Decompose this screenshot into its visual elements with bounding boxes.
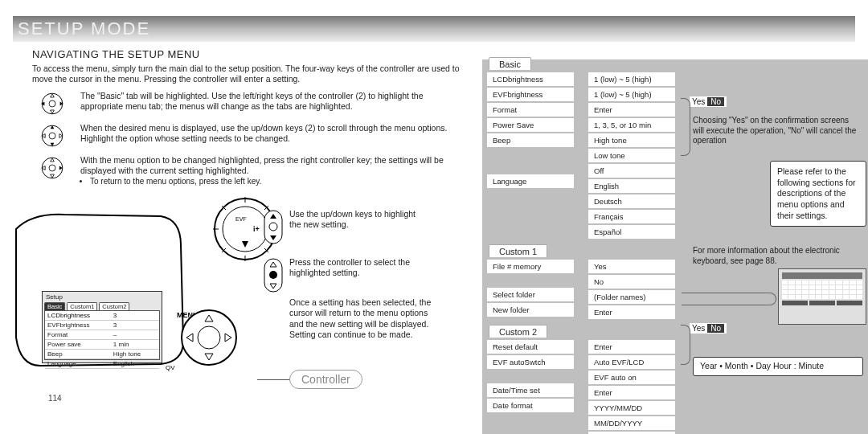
svg-marker-11 [59, 134, 63, 138]
m-language: Language [487, 174, 574, 188]
v-beep-hi: High tone [588, 133, 675, 147]
svg-marker-14 [51, 158, 55, 162]
summary: Once a setting has been selected, the cu… [289, 297, 434, 342]
svg-point-44 [269, 271, 277, 279]
svg-marker-15 [51, 174, 55, 178]
svg-marker-2 [51, 94, 55, 97]
yesno-note: Choosing "Yes" on the confirmation scree… [693, 116, 862, 146]
tab-basic: Basic [489, 57, 531, 70]
page-title: SETUP MODE [18, 18, 150, 39]
svg-marker-16 [42, 166, 45, 170]
v-lcd: 1 (low) ~ 5 (high) [588, 72, 675, 86]
m-format: Format [487, 103, 574, 117]
m-beep: Beep [487, 133, 574, 147]
v-file-yes: Yes [588, 260, 675, 273]
v-df-ymd: YYYY/MM/DD [588, 401, 675, 415]
tab-custom2: Custom 2 [489, 325, 547, 338]
m-lcdbright: LCDbrightness [487, 72, 574, 86]
step-2-text: When the desired menu is displayed, use … [80, 123, 466, 144]
svg-point-20 [198, 326, 220, 349]
menu-map: Basic LCDbrightness EVFbrightness Format… [482, 59, 868, 434]
m-powersave: Power Save [487, 118, 574, 132]
svg-marker-3 [51, 110, 55, 113]
section-title: NAVIGATING THE SETUP MENU [32, 48, 466, 60]
svg-marker-9 [51, 143, 55, 146]
hint-updown: Use the up/down keys to highlight the ne… [289, 209, 426, 230]
m-selectfolder: Select folder [487, 288, 574, 301]
v-beep-lo: Low tone [588, 149, 675, 162]
press-center-icon [261, 257, 285, 293]
step-1: The "Basic" tab will be highlighted. Use… [32, 91, 466, 117]
left-page: NAVIGATING THE SETUP MENU To access the … [32, 48, 466, 386]
hint-press: Press the controller to select the highl… [289, 257, 426, 278]
v-lang-fr: Français [588, 210, 675, 223]
v-dt-enter: Enter [588, 386, 675, 399]
svg-point-13 [49, 165, 55, 171]
camera-illustration: MENU QV EVF i+ Setup [32, 193, 466, 386]
lcd-tab-custom1: Custom1 [67, 302, 97, 310]
camera-lcd: Setup Basic Custom1 Custom2 LCDbrightnes… [42, 291, 162, 363]
lcd-tab-basic: Basic [44, 302, 65, 310]
svg-marker-8 [51, 125, 55, 129]
yesno-reset: YesNo [690, 323, 727, 334]
step-3-bullet: To return to the menu options, press the… [90, 177, 466, 186]
refer-note: Please refer to the following sections f… [770, 161, 866, 227]
v-beep-off: Off [588, 164, 675, 178]
v-lang-en: English [588, 179, 675, 193]
step-3-text: With the menu option to be changed highl… [80, 155, 466, 176]
right-page: Basic LCDbrightness EVFbrightness Format… [482, 48, 868, 434]
yesno-format: YesNo [690, 96, 727, 107]
v-power: 1, 3, 5, or 10 min [588, 118, 675, 132]
m-datetime: Date/Time set [487, 383, 574, 397]
svg-marker-17 [59, 166, 63, 170]
dpad-icon [36, 91, 68, 117]
v-lang-de: Deutsch [588, 194, 675, 208]
v-autoevf: Auto EVF/LCD [588, 355, 675, 369]
lcd-tab-custom2: Custom2 [99, 302, 129, 310]
v-newfolder-enter: Enter [588, 305, 675, 319]
svg-point-1 [49, 100, 55, 107]
date-format-box: Year • Month • Day Hour : Minute [693, 357, 863, 376]
v-reset-enter: Enter [588, 340, 675, 354]
dpad-icon [36, 155, 68, 181]
step-3: With the menu option to be changed highl… [32, 155, 466, 186]
svg-text:i+: i+ [253, 225, 260, 233]
m-dateformat: Date format [487, 399, 574, 412]
svg-text:EVF: EVF [235, 216, 247, 222]
step-1-text: The "Basic" tab will be highlighted. Use… [80, 91, 466, 112]
v-foldernames: (Folder names) [588, 290, 675, 304]
updown-icon [261, 209, 285, 245]
setup-mode-header: SETUP MODE [13, 16, 855, 42]
keyboard-thumb-icon [778, 268, 866, 325]
svg-point-7 [49, 133, 55, 139]
svg-marker-10 [42, 134, 45, 138]
controller-callout: Controller [289, 370, 362, 389]
m-reset: Reset default [487, 340, 574, 354]
m-evfbright: EVFbrightness [487, 88, 574, 101]
page-number-left: 114 [48, 394, 62, 403]
m-newfolder: New folder [487, 303, 574, 317]
dpad-icon [36, 123, 68, 149]
m-autoswitch: EVF autoSwtch [487, 355, 574, 369]
lcd-title: Setup [43, 292, 162, 302]
intro-para: To access the menu, simply turn the main… [32, 63, 466, 84]
m-filemem: File # memory [487, 260, 574, 273]
v-df-mdy: MM/DD/YYYY [588, 416, 675, 430]
kbd-note: For more information about the electroni… [693, 246, 866, 266]
v-file-no: No [588, 275, 675, 289]
step-2: When the desired menu is displayed, use … [32, 123, 466, 149]
tab-custom1: Custom 1 [489, 244, 547, 257]
lcd-list: LCDbrightness3 EVFbrightness3 Format– Po… [44, 310, 160, 360]
v-evf: 1 (low) ~ 5 (high) [588, 88, 675, 101]
v-format: Enter [588, 103, 675, 117]
svg-text:QV: QV [166, 364, 175, 371]
v-lang-es: Español [588, 225, 675, 239]
v-evfauto: EVF auto on [588, 371, 675, 384]
